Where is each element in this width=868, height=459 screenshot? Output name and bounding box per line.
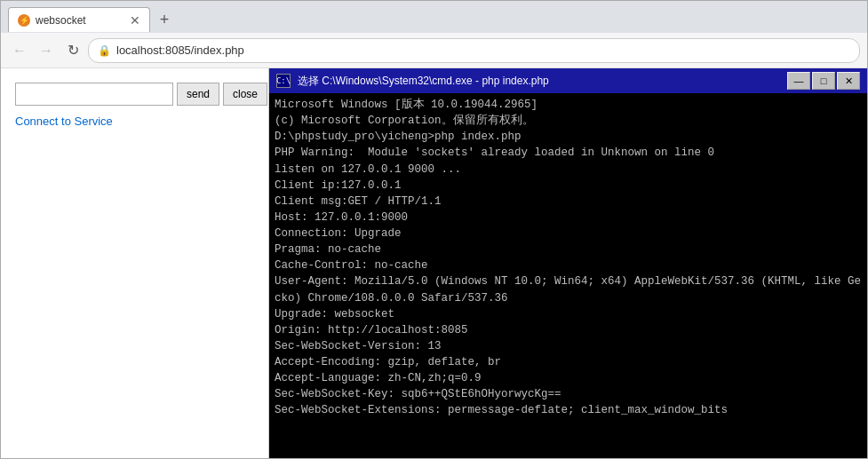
cmd-line: Sec-WebSocket-Key: sqb6++QStE6hOHyorwycK… bbox=[275, 386, 862, 402]
cmd-line: Accept-Encoding: gzip, deflate, br bbox=[275, 354, 862, 370]
tab-bar: ⚡ websocket ✕ + bbox=[1, 1, 867, 33]
refresh-button[interactable]: ↻ bbox=[61, 39, 84, 62]
address-bar[interactable]: 🔒 localhost:8085/index.php bbox=[88, 38, 860, 63]
address-lock-icon: 🔒 bbox=[98, 44, 111, 57]
browser-tab[interactable]: ⚡ websocket ✕ bbox=[8, 7, 150, 32]
cmd-titlebar: C:\ 选择 C:\Windows\System32\cmd.exe - php… bbox=[269, 68, 867, 93]
message-input[interactable] bbox=[15, 83, 173, 106]
cmd-line: Sec-WebSocket-Version: 13 bbox=[275, 338, 862, 354]
cmd-line: Client msg:GET / HTTP/1.1 bbox=[275, 194, 862, 210]
cmd-line: Host: 127.0.0.1:9000 bbox=[275, 210, 862, 226]
send-button[interactable]: send bbox=[177, 83, 219, 106]
address-text: localhost:8085/index.php bbox=[116, 44, 850, 57]
cmd-icon: C:\ bbox=[276, 74, 291, 88]
cmd-line: listen on 127.0.0.1 9000 ... bbox=[275, 162, 862, 178]
left-panel: send close Connect to Service bbox=[1, 68, 269, 458]
forward-button[interactable]: → bbox=[35, 39, 58, 62]
browser-window: ⚡ websocket ✕ + ← → ↻ 🔒 localhost:8085/i… bbox=[0, 0, 868, 459]
tab-label: websocket bbox=[36, 14, 124, 27]
new-tab-button[interactable]: + bbox=[152, 7, 177, 32]
cmd-close-button[interactable]: ✕ bbox=[837, 72, 860, 90]
cmd-line: Accept-Language: zh-CN,zh;q=0.9 bbox=[275, 370, 862, 386]
cmd-line: PHP Warning: Module 'sockets' already lo… bbox=[275, 145, 862, 161]
tab-close-button[interactable]: ✕ bbox=[130, 14, 140, 27]
nav-bar: ← → ↻ 🔒 localhost:8085/index.php bbox=[1, 33, 867, 68]
tab-favicon: ⚡ bbox=[18, 14, 30, 27]
cmd-line: Upgrade: websocket bbox=[275, 306, 862, 322]
cmd-line: Origin: http://localhost:8085 bbox=[275, 322, 862, 338]
cmd-body[interactable]: Microsoft Windows [版本 10.0.19044.2965](c… bbox=[269, 93, 867, 458]
cmd-minimize-button[interactable]: — bbox=[787, 72, 810, 90]
cmd-line: D:\phpstudy_pro\yicheng>php index.php bbox=[275, 129, 862, 145]
cmd-title-text: 选择 C:\Windows\System32\cmd.exe - php ind… bbox=[298, 74, 780, 89]
close-button[interactable]: close bbox=[223, 83, 267, 106]
cmd-window: C:\ 选择 C:\Windows\System32\cmd.exe - php… bbox=[269, 68, 867, 458]
cmd-line: User-Agent: Mozilla/5.0 (Windows NT 10.0… bbox=[275, 273, 862, 305]
cmd-line: Cache-Control: no-cache bbox=[275, 257, 862, 273]
cmd-line: Connection: Upgrade bbox=[275, 226, 862, 241]
cmd-window-buttons: — □ ✕ bbox=[787, 72, 860, 90]
message-row: send close bbox=[15, 83, 254, 106]
cmd-restore-button[interactable]: □ bbox=[812, 72, 835, 90]
cmd-line: Sec-WebSocket-Extensions: permessage-def… bbox=[275, 402, 862, 418]
cmd-line: (c) Microsoft Corporation。保留所有权利。 bbox=[275, 113, 862, 129]
back-button[interactable]: ← bbox=[8, 39, 31, 62]
cmd-line: Microsoft Windows [版本 10.0.19044.2965] bbox=[275, 97, 862, 113]
connect-label[interactable]: Connect to Service bbox=[15, 115, 254, 128]
cmd-line: Pragma: no-cache bbox=[275, 241, 862, 257]
cmd-line: Client ip:127.0.0.1 bbox=[275, 178, 862, 194]
browser-content: send close Connect to Service C:\ 选择 C:\… bbox=[1, 68, 867, 458]
